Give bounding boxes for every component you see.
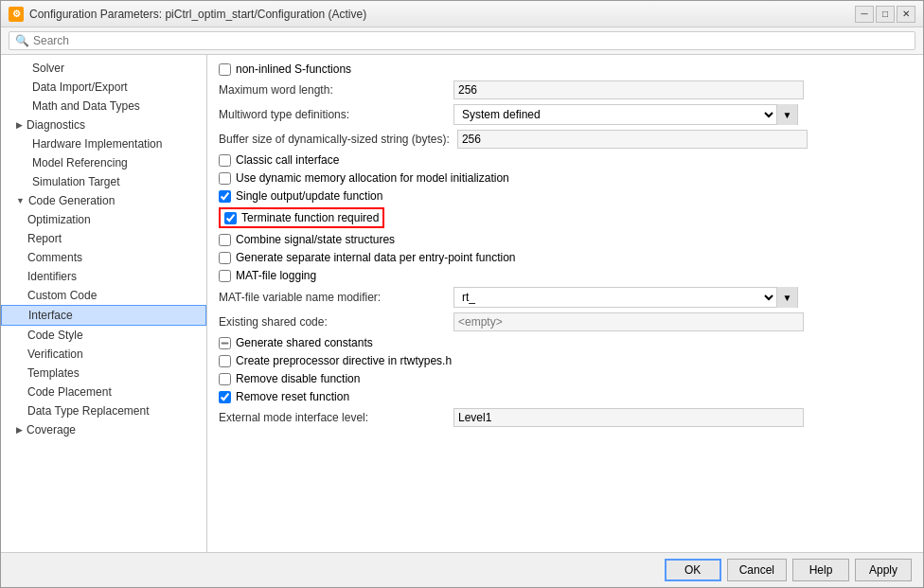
sidebar-item-label: Templates bbox=[27, 366, 80, 380]
single-output-checkbox[interactable] bbox=[219, 190, 231, 203]
content-row-create-preprocessor: Create preprocessor directive in rtwtype… bbox=[219, 354, 912, 367]
sidebar-item-label: Report bbox=[27, 232, 62, 245]
arrow-icon: ▼ bbox=[16, 196, 25, 205]
create-preprocessor-label: Create preprocessor directive in rtwtype… bbox=[236, 354, 452, 367]
sidebar-item-data-type-replacement[interactable]: Data Type Replacement bbox=[1, 401, 206, 420]
remove-reset-checkbox[interactable] bbox=[219, 391, 231, 403]
sidebar-item-label: Identifiers bbox=[27, 270, 77, 283]
sidebar-item-label: Verification bbox=[27, 347, 83, 361]
mat-file-logging-checkbox[interactable] bbox=[219, 270, 231, 282]
maximize-button[interactable]: □ bbox=[876, 6, 895, 23]
sidebar-item-label: Code Generation bbox=[28, 194, 115, 207]
sidebar-item-label: Coverage bbox=[27, 423, 76, 437]
terminate-fn-checkbox[interactable] bbox=[224, 212, 237, 224]
classic-call-checkbox[interactable] bbox=[219, 154, 231, 167]
sidebar-item-label: Data Import/Export bbox=[32, 80, 128, 94]
window-controls: ─ □ ✕ bbox=[855, 6, 915, 23]
sidebar-item-identifiers[interactable]: Identifiers bbox=[1, 267, 206, 286]
sidebar: SolverData Import/ExportMath and Data Ty… bbox=[1, 55, 207, 552]
ok-button[interactable]: OK bbox=[665, 559, 721, 581]
sidebar-item-label: Interface bbox=[28, 309, 73, 322]
combine-signal-checkbox[interactable] bbox=[219, 234, 231, 246]
sidebar-item-diagnostics[interactable]: ▶Diagnostics bbox=[1, 116, 206, 134]
sidebar-item-comments[interactable]: Comments bbox=[1, 248, 206, 267]
sidebar-item-label: Diagnostics bbox=[27, 118, 85, 132]
sidebar-item-math-data-types[interactable]: Math and Data Types bbox=[1, 97, 206, 116]
arrow-icon: ▶ bbox=[16, 120, 23, 130]
content-row-buffer-size: Buffer size of dynamically-sized string … bbox=[219, 130, 912, 149]
sidebar-item-code-placement[interactable]: Code Placement bbox=[1, 383, 206, 401]
sidebar-item-hardware-impl[interactable]: Hardware Implementation bbox=[1, 134, 206, 153]
help-button[interactable]: Help bbox=[792, 559, 849, 581]
existing-shared-input[interactable] bbox=[453, 312, 804, 331]
window-title: Configuration Parameters: piCtrl_optim_s… bbox=[29, 8, 855, 21]
search-icon: 🔍 bbox=[15, 34, 29, 47]
sidebar-item-label: Simulation Target bbox=[32, 175, 120, 188]
terminate-fn-label: Terminate function required bbox=[241, 211, 379, 224]
sidebar-item-label: Hardware Implementation bbox=[32, 137, 162, 151]
sidebar-item-simulation-target[interactable]: Simulation Target bbox=[1, 172, 206, 191]
sidebar-item-custom-code[interactable]: Custom Code bbox=[1, 286, 206, 305]
sidebar-item-interface[interactable]: Interface bbox=[1, 305, 206, 326]
content-row-single-output: Single output/update function bbox=[219, 189, 912, 203]
sidebar-item-data-import-export[interactable]: Data Import/Export bbox=[1, 78, 206, 97]
content-row-remove-reset: Remove reset function bbox=[219, 390, 912, 403]
sidebar-item-label: Model Referencing bbox=[32, 156, 128, 169]
sidebar-item-coverage[interactable]: ▶Coverage bbox=[1, 420, 206, 439]
sidebar-item-verification[interactable]: Verification bbox=[1, 345, 206, 364]
mat-file-var-select[interactable]: rt_none bbox=[454, 288, 776, 307]
cancel-button[interactable]: Cancel bbox=[727, 559, 787, 581]
content-row-combine-signal: Combine signal/state structures bbox=[219, 233, 912, 246]
content-area: non-inlined S-functions Maximum word len… bbox=[207, 55, 923, 552]
max-word-length-label: Maximum word length: bbox=[219, 83, 446, 97]
single-output-label: Single output/update function bbox=[236, 189, 382, 203]
remove-disable-checkbox[interactable] bbox=[219, 373, 231, 385]
mat-file-var-select-wrap: rt_none ▼ bbox=[453, 287, 798, 308]
apply-button[interactable]: Apply bbox=[855, 559, 912, 581]
remove-disable-label: Remove disable function bbox=[236, 372, 360, 385]
search-input[interactable] bbox=[33, 34, 222, 47]
sidebar-item-label: Custom Code bbox=[27, 289, 97, 302]
select-arrow-icon: ▼ bbox=[776, 287, 797, 308]
sidebar-item-label: Optimization bbox=[27, 213, 91, 226]
buffer-size-input[interactable] bbox=[457, 130, 808, 149]
sidebar-item-optimization[interactable]: Optimization bbox=[1, 210, 206, 229]
select-arrow-icon: ▼ bbox=[776, 104, 797, 125]
generate-shared-checkbox[interactable] bbox=[219, 337, 231, 349]
content-row-use-dynamic: Use dynamic memory allocation for model … bbox=[219, 171, 912, 185]
non-inlined-checkbox[interactable] bbox=[219, 63, 231, 76]
generate-separate-checkbox[interactable] bbox=[219, 252, 231, 264]
main-window: ⚙ Configuration Parameters: piCtrl_optim… bbox=[0, 0, 924, 588]
sidebar-item-model-referencing[interactable]: Model Referencing bbox=[1, 153, 206, 172]
sidebar-item-label: Math and Data Types bbox=[32, 99, 140, 113]
content-row-classic-call: Classic call interface bbox=[219, 153, 912, 167]
content-row-terminate-fn: Terminate function required bbox=[219, 207, 912, 228]
sidebar-item-label: Code Placement bbox=[27, 385, 112, 399]
combine-signal-label: Combine signal/state structures bbox=[236, 233, 395, 246]
classic-call-label: Classic call interface bbox=[236, 153, 339, 167]
sidebar-item-code-style[interactable]: Code Style bbox=[1, 326, 206, 345]
external-mode-input[interactable] bbox=[453, 408, 804, 427]
multiword-type-select[interactable]: System definedUser defined bbox=[454, 105, 776, 124]
external-mode-label: External mode interface level: bbox=[219, 411, 446, 424]
remove-reset-label: Remove reset function bbox=[236, 390, 349, 403]
create-preprocessor-checkbox[interactable] bbox=[219, 355, 231, 367]
app-icon: ⚙ bbox=[9, 7, 24, 22]
footer: OK Cancel Help Apply bbox=[1, 552, 923, 587]
max-word-length-input[interactable] bbox=[453, 80, 804, 99]
mat-file-var-label: MAT-file variable name modifier: bbox=[219, 291, 446, 304]
sidebar-item-code-generation[interactable]: ▼Code Generation bbox=[1, 191, 206, 210]
arrow-icon: ▶ bbox=[16, 425, 23, 435]
sidebar-item-label: Solver bbox=[32, 62, 64, 75]
title-bar: ⚙ Configuration Parameters: piCtrl_optim… bbox=[1, 1, 923, 27]
minimize-button[interactable]: ─ bbox=[855, 6, 874, 23]
close-button[interactable]: ✕ bbox=[897, 6, 915, 23]
sidebar-item-solver[interactable]: Solver bbox=[1, 59, 206, 78]
sidebar-item-label: Comments bbox=[27, 251, 82, 264]
use-dynamic-checkbox[interactable] bbox=[219, 172, 231, 185]
content-scroll: non-inlined S-functions Maximum word len… bbox=[207, 55, 923, 552]
sidebar-item-templates[interactable]: Templates bbox=[1, 364, 206, 383]
sidebar-item-report[interactable]: Report bbox=[1, 229, 206, 248]
content-row-existing-shared: Existing shared code: bbox=[219, 312, 912, 331]
main-area: SolverData Import/ExportMath and Data Ty… bbox=[1, 55, 923, 552]
